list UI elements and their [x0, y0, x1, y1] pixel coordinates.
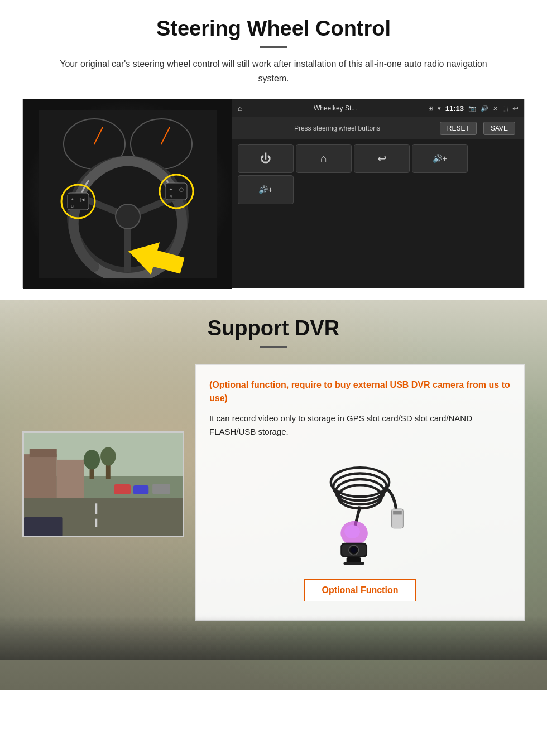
back-nav-icon[interactable]: ↩: [512, 104, 519, 113]
hdmi-icon: ⬚: [502, 105, 508, 112]
steering-description: Your original car's steering wheel contr…: [56, 57, 491, 85]
home-ctrl-button[interactable]: ⌂: [296, 144, 352, 173]
android-screen: ⌂ Wheelkey St... ⊞ ▾ 11:13 📷 🔊 ✕ ⬚ ↩ Pre…: [232, 99, 524, 288]
svg-rect-25: [57, 460, 84, 498]
control-buttons-grid: ⏻ ⌂ ↩ 🔊+ 🔊+: [232, 139, 524, 209]
status-bar: ⌂ Wheelkey St... ⊞ ▾ 11:13 📷 🔊 ✕ ⬚ ↩: [232, 99, 524, 117]
svg-point-48: [351, 547, 356, 553]
svg-rect-31: [95, 503, 97, 514]
svg-rect-32: [95, 519, 97, 527]
vol-up-ctrl-button[interactable]: 🔊+: [412, 144, 468, 173]
svg-point-27: [84, 450, 100, 469]
svg-text:✕: ✕: [169, 194, 172, 198]
app-title: Wheelkey St...: [247, 104, 423, 112]
dvr-camera-svg: [310, 453, 410, 565]
svg-rect-33: [114, 484, 131, 494]
dvr-title-area: Support DVR: [0, 300, 547, 353]
street-view-svg: [24, 431, 183, 537]
svg-rect-23: [24, 454, 57, 498]
steering-title-underline: [260, 46, 287, 48]
instruction-bar: Press steering wheel buttons RESET SAVE: [232, 117, 524, 139]
instruction-text: Press steering wheel buttons: [241, 124, 433, 132]
volume-icon: 🔊: [481, 105, 488, 112]
empty-screen-area: [232, 209, 524, 288]
steering-wheel-graphic: + |◀ C ✦ ◯ ✕: [39, 110, 217, 278]
dvr-bottom-fade: [0, 615, 547, 660]
svg-rect-42: [393, 511, 402, 515]
svg-text:C: C: [71, 204, 74, 208]
home-icon[interactable]: ⌂: [238, 104, 242, 113]
vol-up2-ctrl-button[interactable]: 🔊+: [238, 175, 294, 204]
clock: 11:13: [445, 104, 464, 113]
dvr-info-card: (Optional function, require to buy exter…: [195, 364, 525, 621]
power-ctrl-button[interactable]: ⏻: [238, 144, 294, 173]
svg-rect-35: [152, 484, 170, 494]
dvr-title-underline: [260, 346, 287, 348]
svg-point-44: [344, 525, 360, 538]
reset-button[interactable]: RESET: [440, 122, 477, 135]
steering-demo-container: + |◀ C ✦ ◯ ✕ ⌂: [22, 99, 525, 288]
dvr-camera-image: [209, 447, 511, 570]
svg-point-29: [100, 447, 116, 466]
dvr-thumbnail: [22, 431, 184, 537]
dvr-thumb-image: [24, 433, 183, 536]
svg-text:◯: ◯: [179, 187, 184, 192]
svg-rect-34: [133, 485, 148, 494]
x-icon: ✕: [493, 105, 498, 112]
dvr-title: Support DVR: [22, 316, 525, 340]
svg-point-9: [116, 204, 140, 229]
steering-photo: + |◀ C ✦ ◯ ✕: [23, 99, 232, 289]
wifi-icon: ▾: [438, 105, 441, 112]
usb-icon: ⊞: [428, 105, 433, 112]
dvr-section: Support DVR: [0, 300, 547, 690]
save-button[interactable]: SAVE: [483, 122, 515, 135]
optional-function-button[interactable]: Optional Function: [304, 579, 416, 601]
dvr-optional-text: (Optional function, require to buy exter…: [209, 378, 511, 405]
svg-rect-36: [24, 517, 63, 536]
camera-icon: 📷: [468, 105, 476, 112]
svg-rect-50: [343, 562, 364, 565]
dvr-description: It can record video only to storage in G…: [209, 412, 511, 439]
svg-text:+: +: [71, 197, 74, 202]
svg-text:|◀: |◀: [80, 198, 85, 202]
back-ctrl-button[interactable]: ↩: [354, 144, 410, 173]
svg-rect-24: [30, 449, 57, 458]
steering-wheel-section: Steering Wheel Control Your original car…: [0, 0, 547, 300]
svg-text:✦: ✦: [169, 187, 173, 192]
steering-title: Steering Wheel Control: [22, 17, 525, 41]
dvr-content-area: (Optional function, require to buy exter…: [22, 364, 525, 621]
